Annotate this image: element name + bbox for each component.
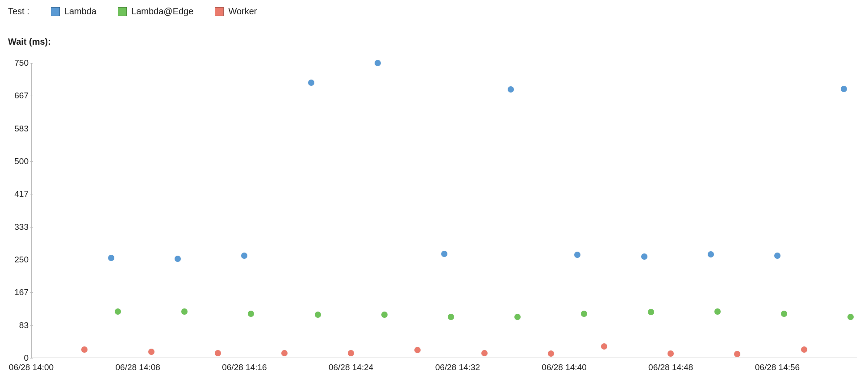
data-point[interactable] xyxy=(248,311,254,317)
x-tick-label: 06/28 14:32 xyxy=(435,363,480,372)
data-point[interactable] xyxy=(801,346,807,353)
data-point[interactable] xyxy=(448,314,454,320)
data-point[interactable] xyxy=(641,253,647,260)
y-tick-label: 333 xyxy=(8,222,29,232)
y-tick-label: 83 xyxy=(8,321,29,330)
x-tick-label: 06/28 14:08 xyxy=(116,363,160,372)
x-axis xyxy=(31,358,857,358)
data-point[interactable] xyxy=(108,255,114,261)
y-tick-label: 417 xyxy=(8,189,29,199)
legend: Test : Lambda Lambda@Edge Worker xyxy=(8,6,257,17)
data-point[interactable] xyxy=(115,308,121,315)
chart-container: Test : Lambda Lambda@Edge Worker Wait (m… xyxy=(0,0,868,388)
data-point[interactable] xyxy=(181,308,188,315)
plot-area: 08316725033341750058366775006/28 14:0006… xyxy=(31,56,857,358)
data-point[interactable] xyxy=(574,252,580,258)
data-point[interactable] xyxy=(581,311,587,317)
data-point[interactable] xyxy=(841,86,847,92)
y-tick-label: 667 xyxy=(8,91,29,101)
legend-item-worker[interactable]: Worker xyxy=(215,6,257,17)
data-point[interactable] xyxy=(714,308,721,315)
data-point[interactable] xyxy=(81,346,88,353)
y-tick-label: 500 xyxy=(8,156,29,166)
x-tick-label: 06/28 14:24 xyxy=(329,363,373,372)
data-point[interactable] xyxy=(648,309,654,315)
data-point[interactable] xyxy=(414,347,421,353)
legend-item-lambda[interactable]: Lambda xyxy=(51,6,96,17)
y-tick-label: 750 xyxy=(8,58,29,68)
data-point[interactable] xyxy=(308,80,314,86)
data-point[interactable] xyxy=(348,350,354,356)
legend-prefix: Test : xyxy=(8,6,29,17)
y-tick-label: 0 xyxy=(8,353,29,363)
data-point[interactable] xyxy=(774,253,780,259)
data-point[interactable] xyxy=(148,349,154,355)
data-point[interactable] xyxy=(481,350,488,356)
data-point[interactable] xyxy=(381,312,388,318)
data-point[interactable] xyxy=(514,314,521,320)
data-point[interactable] xyxy=(315,312,321,318)
x-tick-label: 06/28 14:00 xyxy=(9,363,54,372)
y-axis xyxy=(31,63,32,358)
x-tick-label: 06/28 14:48 xyxy=(648,363,693,372)
data-point[interactable] xyxy=(601,343,607,350)
data-point[interactable] xyxy=(508,86,514,93)
legend-label: Worker xyxy=(228,6,257,17)
data-point[interactable] xyxy=(734,351,740,357)
data-point[interactable] xyxy=(441,251,447,257)
legend-swatch xyxy=(215,7,224,16)
data-point[interactable] xyxy=(215,350,221,356)
data-point[interactable] xyxy=(175,256,181,262)
legend-item-lambda-edge[interactable]: Lambda@Edge xyxy=(118,6,193,17)
legend-swatch xyxy=(118,7,127,16)
y-tick-label: 250 xyxy=(8,255,29,265)
y-tick-label: 583 xyxy=(8,124,29,134)
legend-label: Lambda@Edge xyxy=(131,6,193,17)
data-point[interactable] xyxy=(781,311,787,317)
y-tick-label: 167 xyxy=(8,287,29,297)
data-point[interactable] xyxy=(668,350,674,357)
chart-title: Wait (ms): xyxy=(8,37,51,47)
data-point[interactable] xyxy=(847,314,854,320)
legend-label: Lambda xyxy=(64,6,96,17)
x-tick-label: 06/28 14:56 xyxy=(755,363,800,372)
data-point[interactable] xyxy=(375,60,381,66)
x-tick-label: 06/28 14:16 xyxy=(222,363,267,372)
data-point[interactable] xyxy=(548,350,554,357)
legend-swatch xyxy=(51,7,60,16)
data-point[interactable] xyxy=(241,253,247,259)
data-point[interactable] xyxy=(281,350,288,356)
data-point[interactable] xyxy=(708,251,714,257)
x-tick-label: 06/28 14:40 xyxy=(542,363,586,372)
